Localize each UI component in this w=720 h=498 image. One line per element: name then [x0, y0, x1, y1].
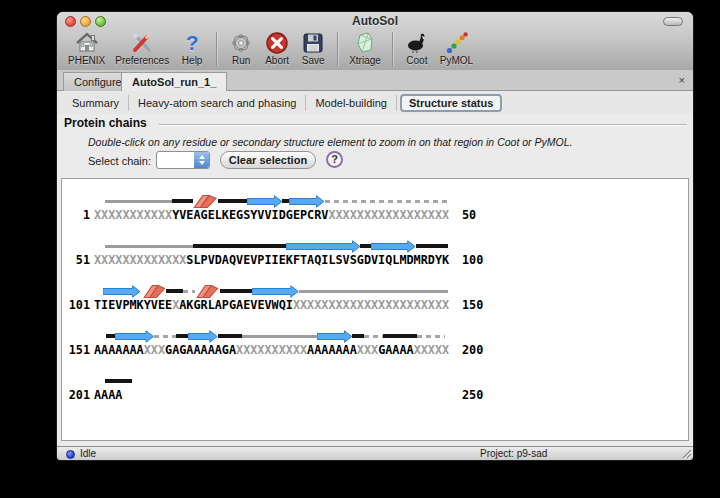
unmodeled-dashed-line[interactable] — [183, 290, 194, 293]
unmodeled-residues[interactable]: XXXXX — [414, 343, 450, 357]
modeled-residues[interactable]: AKGRLAPGAEVEVWQI — [179, 298, 293, 312]
residue-sequence[interactable]: AAAAAAAXXXGAGAAAAAGAXXXXXXXXXXAAAAAAAXXX… — [94, 343, 449, 357]
beta-strand-arrow[interactable] — [115, 330, 154, 343]
unmodeled-line[interactable] — [105, 245, 194, 248]
toolbar-separator — [392, 32, 393, 66]
unmodeled-dashed-line[interactable] — [154, 335, 177, 338]
section-divider — [159, 124, 687, 125]
tab-autosol-run[interactable]: AutoSol_run_1_ — [121, 72, 227, 92]
modeled-residues[interactable]: YVEAGELKEGSYVVIDGEPCRV — [172, 208, 328, 222]
titlebar[interactable]: AutoSol — [57, 12, 693, 30]
sequence-row: 101TIEVPMKYVEEXAKGRLAPGAEVEVWQIXXXXXXXXX… — [62, 283, 688, 328]
close-tab-icon[interactable]: × — [679, 73, 685, 87]
modeled-coil-line[interactable] — [106, 334, 115, 338]
unmodeled-residues[interactable]: XXXXXXXXXXXXXXXXXXXXXX — [293, 298, 449, 312]
secondary-structure-track — [94, 239, 450, 254]
beta-strand-arrow[interactable] — [371, 240, 416, 253]
modeled-residues[interactable]: TIEVPMKYVEE — [94, 298, 172, 312]
beta-strand-arrow[interactable] — [286, 240, 361, 253]
dropdown-stepper-icon[interactable] — [194, 152, 209, 168]
sequence-row: 201AAAA250 — [62, 373, 688, 418]
alpha-helix-ribbon[interactable] — [143, 284, 166, 299]
clear-selection-button[interactable]: Clear selection — [220, 151, 316, 169]
tab-model-building[interactable]: Model-building — [306, 95, 397, 111]
beta-strand-arrow[interactable] — [247, 195, 283, 208]
help-button[interactable]: ? Help — [179, 30, 205, 66]
status-text: Idle — [80, 448, 96, 459]
alpha-helix-ribbon[interactable] — [196, 284, 219, 299]
modeled-coil-line[interactable] — [172, 199, 193, 203]
preferences-button[interactable]: Preferences — [115, 30, 169, 66]
unmodeled-dashed-line[interactable] — [325, 200, 449, 203]
residue-sequence[interactable]: AAAA — [94, 388, 122, 402]
save-button[interactable]: Save — [300, 30, 326, 66]
modeled-coil-line[interactable] — [218, 334, 243, 338]
run-gear-icon — [228, 30, 254, 55]
pymol-spectrum-icon — [444, 30, 470, 55]
modeled-coil-line[interactable] — [282, 199, 289, 203]
phenix-button[interactable]: PHENIX — [68, 30, 105, 66]
beta-strand-arrow[interactable] — [289, 195, 325, 208]
modeled-residues[interactable]: SLPVDAQVEVPIIEKFTAQILSVSGDVIQLMDMRDYK — [186, 253, 449, 267]
residue-sequence[interactable]: XXXXXXXXXXXXXSLPVDAQVEVPIIEKFTAQILSVSGDV… — [94, 253, 449, 267]
unmodeled-residues[interactable]: XXX — [357, 343, 378, 357]
modeled-residues[interactable]: AAAA — [94, 388, 122, 402]
xtriage-button[interactable]: Xtriage — [349, 30, 381, 66]
xtriage-crystal-icon — [352, 30, 378, 55]
coot-button[interactable]: Coot — [404, 30, 430, 66]
modeled-coil-line[interactable] — [383, 334, 417, 338]
modeled-residues[interactable]: GAGAAAAAGA — [165, 343, 236, 357]
modeled-residues[interactable]: AAAAAAA — [307, 343, 357, 357]
sequence-rows: 1XXXXXXXXXXXYVEAGELKEGSYVVIDGEPCRVXXXXXX… — [62, 193, 688, 418]
unmodeled-residues[interactable]: XXXXXXXXXXXXX — [94, 253, 186, 267]
modeled-residues[interactable]: GAAAA — [378, 343, 414, 357]
modeled-coil-line[interactable] — [220, 289, 253, 293]
residue-end-number: 250 — [462, 388, 483, 402]
unmodeled-line[interactable] — [242, 335, 317, 338]
beta-strand-arrow[interactable] — [103, 285, 141, 298]
tab-structure-status[interactable]: Structure status — [400, 94, 502, 112]
alpha-helix-ribbon[interactable] — [193, 194, 218, 209]
tab-heavy-atom-search[interactable]: Heavy-atom search and phasing — [129, 95, 306, 111]
run-button[interactable]: Run — [228, 30, 254, 66]
residue-start-number: 51 — [64, 253, 90, 267]
unmodeled-dashed-line[interactable] — [364, 335, 383, 338]
residue-sequence[interactable]: TIEVPMKYVEEXAKGRLAPGAEVEVWQIXXXXXXXXXXXX… — [94, 298, 449, 312]
beta-strand-arrow[interactable] — [252, 285, 299, 298]
unmodeled-dashed-line[interactable] — [417, 335, 445, 338]
toolbar-item-label: Xtriage — [349, 55, 381, 66]
select-chain-dropdown[interactable] — [156, 151, 210, 169]
unmodeled-line[interactable] — [299, 290, 447, 293]
unmodeled-residues[interactable]: XXX — [144, 343, 165, 357]
unmodeled-residues[interactable]: XXXXXXXXXX — [236, 343, 307, 357]
help-circle-button[interactable]: ? — [326, 151, 343, 168]
preferences-tools-icon — [129, 30, 155, 55]
pymol-button[interactable]: PyMOL — [440, 30, 473, 66]
modeled-coil-line[interactable] — [193, 244, 285, 248]
autosol-window: AutoSol PHENIX Preferences ? Help — [57, 12, 693, 460]
modeled-coil-line[interactable] — [105, 379, 132, 383]
modeled-coil-line[interactable] — [166, 289, 183, 293]
residue-sequence[interactable]: XXXXXXXXXXXYVEAGELKEGSYVVIDGEPCRVXXXXXXX… — [94, 208, 449, 222]
phenix-home-icon — [74, 30, 100, 55]
modeled-coil-line[interactable] — [352, 334, 363, 338]
toolbar-separator — [337, 32, 338, 66]
unmodeled-line[interactable] — [105, 200, 172, 203]
modeled-coil-line[interactable] — [416, 244, 448, 248]
sequence-row: 51XXXXXXXXXXXXXSLPVDAQVEVPIIEKFTAQILSVSG… — [62, 238, 688, 283]
toolbar-toggle-pill[interactable] — [663, 17, 683, 26]
coot-bird-icon — [404, 30, 430, 55]
modeled-coil-line[interactable] — [176, 334, 187, 338]
toolbar-item-label: Coot — [406, 55, 427, 66]
modeled-coil-line[interactable] — [360, 244, 371, 248]
abort-button[interactable]: Abort — [264, 30, 290, 66]
toolbar-item-label: Save — [302, 55, 325, 66]
tab-summary[interactable]: Summary — [63, 95, 129, 111]
unmodeled-residues[interactable]: XXXXXXXXXXXXXXXXX — [328, 208, 449, 222]
modeled-residues[interactable]: AAAAAAA — [94, 343, 144, 357]
unmodeled-residues[interactable]: XXXXXXXXXXX — [94, 208, 172, 222]
beta-strand-arrow[interactable] — [188, 330, 218, 343]
resize-grip[interactable] — [680, 447, 692, 459]
beta-strand-arrow[interactable] — [317, 330, 353, 343]
modeled-coil-line[interactable] — [218, 199, 246, 203]
